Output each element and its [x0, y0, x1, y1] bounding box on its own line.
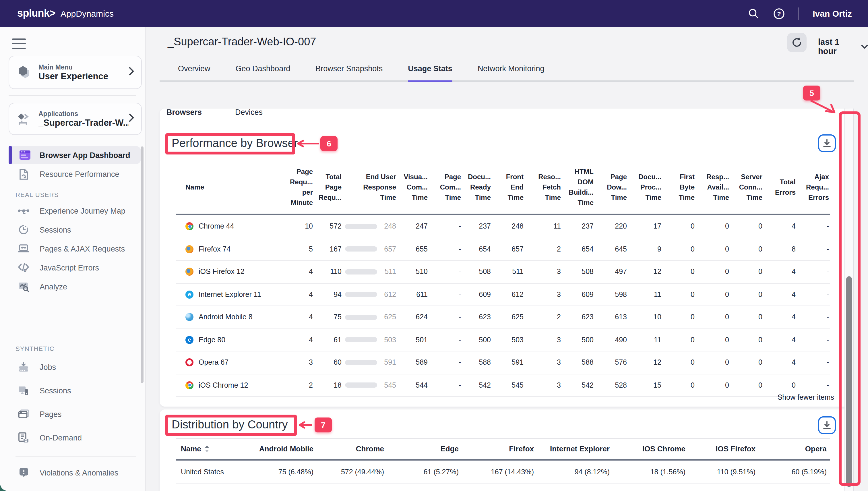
chrome-browser-icon: [185, 223, 193, 231]
column-header[interactable]: IOS Firefox: [687, 439, 757, 459]
metric-value: 657: [492, 245, 525, 253]
end-user-response-time-bar: 248: [343, 223, 397, 231]
sidebar-item-sessions-real[interactable]: Sessions: [9, 221, 141, 239]
subtab-browsers[interactable]: Browsers: [167, 108, 202, 117]
distribution-value: 60 (5.19%): [757, 468, 828, 476]
column-header[interactable]: IOS Chrome: [611, 439, 687, 459]
metric-value: 588: [462, 358, 492, 367]
help-icon[interactable]: ?: [773, 8, 784, 19]
table-row[interactable]: Opera 67360591589-5885913588576120004-: [176, 351, 830, 374]
metric-value: 490: [595, 336, 628, 344]
column-header[interactable]: Total Page Requ...: [314, 166, 343, 208]
column-header[interactable]: Name: [176, 176, 277, 198]
metric-value: 0: [696, 313, 730, 321]
column-header[interactable]: Visua... Com... Time: [397, 166, 429, 208]
column-header[interactable]: Resp... Avail... Time: [696, 166, 730, 208]
column-header[interactable]: Server Conn... Time: [730, 166, 764, 208]
tab-geo-dashboard[interactable]: Geo Dashboard: [236, 64, 291, 82]
sidebar-item-violations-anomalies[interactable]: Violations & Anomalies: [9, 461, 141, 484]
download-button[interactable]: [818, 134, 836, 152]
sidebar-item-sessions-synthetic[interactable]: Sessions: [9, 379, 141, 402]
download-button[interactable]: [818, 416, 836, 434]
tab-usage-stats[interactable]: Usage Stats: [408, 64, 452, 82]
table-row[interactable]: Android Mobile 8475625624-62362526236131…: [176, 306, 830, 329]
search-icon[interactable]: [748, 8, 759, 19]
end-user-response-time-bar: 591: [343, 358, 397, 367]
tab-network-monitoring[interactable]: Network Monitoring: [478, 64, 544, 82]
column-header[interactable]: First Byte Time: [662, 166, 696, 208]
user-menu[interactable]: Ivan Ortiz: [813, 9, 852, 18]
sidebar-item-pages-ajax-requests[interactable]: Pages & AJAX Requests: [9, 239, 141, 258]
metric-value: 624: [397, 313, 429, 321]
sidebar-scrollbar[interactable]: [141, 146, 144, 383]
sidebar-item-analyze[interactable]: Analyze: [9, 278, 141, 296]
column-header[interactable]: Chrome: [315, 439, 385, 459]
menu-toggle-icon[interactable]: [12, 38, 26, 49]
performance-table-header: NamePage Requ... per MinuteTotal Page Re…: [176, 161, 830, 215]
column-header[interactable]: Total Errors: [764, 171, 797, 203]
sidebar-item-on-demand[interactable]: On-Demand: [9, 426, 141, 449]
chrome-browser-icon: [185, 381, 193, 389]
time-range-selector[interactable]: last 1 hour: [818, 37, 868, 56]
application-flow-icon: [17, 111, 32, 126]
column-header[interactable]: Page Dow... Time: [595, 166, 628, 208]
table-row[interactable]: iOS Chrome 12218545544-54254535425281500…: [176, 374, 830, 397]
metric-value: 9: [628, 245, 662, 253]
sidebar-item-experience-journey-map[interactable]: Experience Journey Map: [9, 202, 141, 220]
distribution-value: 167 (14.43%): [460, 468, 535, 476]
sidebar-item-label: JavaScript Errors: [40, 263, 99, 272]
metric-value: 508: [462, 268, 492, 276]
metric-value: 655: [397, 245, 429, 253]
column-header[interactable]: Internet Explorer: [535, 439, 611, 459]
table-row[interactable]: Firefox 745167657655-654657265464590008-: [176, 238, 830, 261]
metric-value: 0: [730, 381, 764, 389]
metric-value: 0: [730, 336, 764, 344]
column-header[interactable]: Android Mobile: [245, 439, 315, 459]
table-row[interactable]: United States75 (6.48%)572 (49.44%)61 (5…: [176, 461, 830, 484]
table-row[interactable]: Chrome 4410572248247-2372481123722017000…: [176, 215, 830, 238]
table-row[interactable]: Edge 80461503501-5005033500490110004-: [176, 329, 830, 351]
column-header[interactable]: Edge: [385, 439, 460, 459]
column-header[interactable]: Name: [176, 439, 245, 459]
metric-value: 510: [397, 268, 429, 276]
sidebar-divider: [16, 456, 136, 457]
tab-overview[interactable]: Overview: [178, 64, 210, 82]
end-user-response-time-bar: 657: [343, 245, 397, 253]
metric-value: 75: [314, 313, 343, 321]
show-fewer-items-link[interactable]: Show fewer items: [778, 394, 834, 401]
subtab-devices[interactable]: Devices: [235, 108, 263, 117]
applications-selector[interactable]: Applications _Supercar-Trader-W...: [9, 103, 142, 135]
tab-browser-snapshots[interactable]: Browser Snapshots: [316, 64, 383, 82]
sidebar-item-pages-synthetic[interactable]: Pages: [9, 403, 141, 426]
annotation-badge-7: 7: [315, 417, 332, 432]
sidebar-item-jobs[interactable]: Jobs: [9, 355, 141, 378]
sidebar-item-javascript-errors[interactable]: ✕ JavaScript Errors: [9, 258, 141, 277]
annotation-box-5: [839, 111, 861, 486]
metric-value: 576: [595, 358, 628, 367]
metric-value: -: [797, 245, 830, 253]
metric-value: 572: [314, 223, 343, 231]
column-header[interactable]: Page Com... Time: [429, 166, 462, 208]
sidebar-item-browser-app-dashboard[interactable]: Browser App Dashboard: [9, 146, 141, 164]
column-header[interactable]: HTML DOM Buildi... Time: [562, 161, 595, 213]
main-menu-selector[interactable]: Main Menu User Experience: [9, 56, 142, 89]
metric-value: 3: [277, 358, 314, 367]
table-row[interactable]: Internet Explorer 11494612611-6096123609…: [176, 283, 830, 306]
refresh-button[interactable]: [787, 33, 807, 52]
column-header[interactable]: Front End Time: [492, 166, 525, 208]
column-header[interactable]: Opera: [757, 439, 828, 459]
sidebar-item-resource-performance[interactable]: Resource Performance: [9, 165, 141, 183]
table-row[interactable]: iOS Firefox 124110511510-508511350849712…: [176, 261, 830, 283]
metric-value: 3: [525, 336, 562, 344]
column-header[interactable]: Docu... Proc... Time: [628, 166, 662, 208]
column-header[interactable]: End User Response Time: [343, 166, 397, 208]
metric-value: 12: [628, 268, 662, 276]
topbar-divider: [798, 7, 799, 20]
sidebar-section-real-users: REAL USERS: [16, 191, 145, 198]
metric-value: 2: [525, 313, 562, 321]
column-header[interactable]: Docu... Ready Time: [462, 166, 492, 208]
column-header[interactable]: Firefox: [460, 439, 535, 459]
column-header[interactable]: Ajax Requ... Errors: [797, 166, 830, 208]
column-header[interactable]: Reso... Fetch Time: [525, 166, 562, 208]
column-header[interactable]: Page Requ... per Minute: [277, 161, 314, 213]
